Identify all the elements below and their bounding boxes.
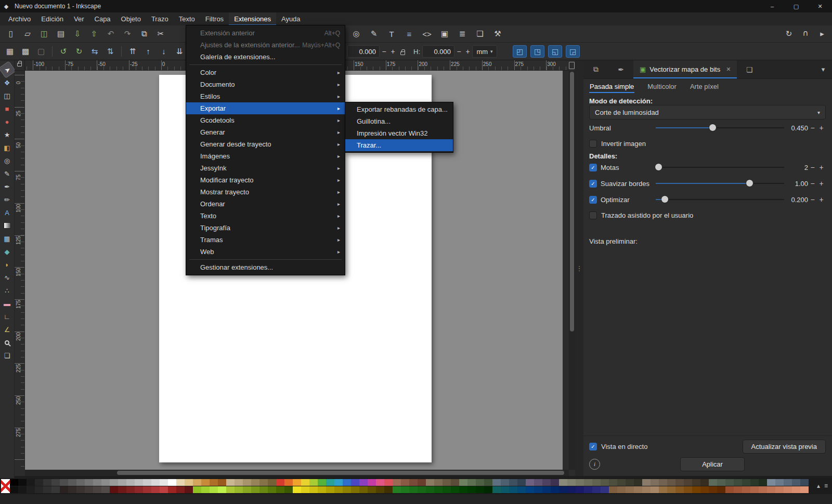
color-swatch[interactable] [276,479,284,486]
desk-mode-icon[interactable] [569,62,575,69]
color-swatch[interactable] [467,479,476,486]
color-swatch[interactable] [792,479,800,486]
color-swatch[interactable] [210,479,218,486]
color-swatch[interactable] [368,479,376,486]
zoom-tool[interactable] [2,337,13,348]
smooth-corners-checkbox[interactable] [589,180,597,188]
height-minus-button[interactable]: − [454,47,463,56]
color-swatch[interactable] [43,486,51,493]
color-swatch[interactable] [725,486,734,493]
color-swatch[interactable] [110,486,118,493]
info-icon[interactable]: i [589,459,600,470]
color-swatch[interactable] [642,486,651,493]
optimize-minus-button[interactable]: − [808,195,817,204]
color-swatch[interactable] [343,486,351,493]
rotate-cw-icon[interactable]: ↻ [72,45,86,58]
menu-item-generar-desde-trayecto[interactable]: Generar desde trayecto ▸ [186,138,345,150]
symbols-icon[interactable]: ◎ [349,27,363,41]
select-all-layers-icon[interactable]: ▩ [19,45,32,58]
spiral-tool[interactable]: ◎ [2,155,13,166]
text-dialog-icon[interactable]: T [385,27,398,41]
color-swatch[interactable] [626,479,634,486]
color-swatch[interactable] [401,486,409,493]
threshold-value[interactable]: 0.450 [784,124,808,132]
export-icon[interactable]: ⇧ [87,27,101,41]
color-swatch[interactable] [110,479,118,486]
color-swatch[interactable] [700,479,709,486]
color-swatch[interactable] [700,486,709,493]
color-swatch[interactable] [617,486,626,493]
color-swatch[interactable] [268,479,276,486]
flip-vertical-icon[interactable]: ⇅ [103,45,117,58]
color-swatch[interactable] [418,479,426,486]
snap-chevron-icon[interactable]: ▸ [815,27,829,41]
undo-history-icon[interactable]: ↻ [782,27,796,41]
color-swatch[interactable] [301,486,309,493]
color-swatch[interactable] [85,486,93,493]
color-swatch[interactable] [659,479,667,486]
color-swatch[interactable] [293,486,301,493]
color-swatch[interactable] [268,486,276,493]
color-swatch[interactable] [376,479,384,486]
width-plus-button[interactable]: + [388,47,397,56]
color-swatch[interactable] [459,486,467,493]
smooth-corners-minus-button[interactable]: − [808,179,817,188]
color-swatch[interactable] [35,486,43,493]
color-swatch[interactable] [201,486,210,493]
shape-builder-tool[interactable]: ◫ [2,90,13,101]
color-swatch[interactable] [259,479,268,486]
menu-item-gcodetools[interactable]: Gcodetools ▸ [186,114,345,126]
color-swatch[interactable] [742,479,750,486]
rectangle-tool[interactable]: ■ [2,103,13,114]
color-swatch[interactable] [301,479,309,486]
menu-extensiones[interactable]: Extensiones [229,12,276,25]
color-swatch[interactable] [651,479,659,486]
color-swatch[interactable] [93,479,101,486]
color-swatch[interactable] [326,479,334,486]
color-swatch[interactable] [601,486,609,493]
no-color-swatch[interactable] [1,479,10,493]
cut-icon[interactable]: ✂ [154,27,167,41]
menu-item-jessyink[interactable]: JessyInk ▸ [186,162,345,174]
node-tool[interactable]: ❖ [2,77,13,88]
menu-item-mostrar-trayecto[interactable]: Mostrar trayecto ▸ [186,186,345,198]
color-swatch[interactable] [126,486,135,493]
color-swatch[interactable] [10,486,18,493]
color-swatch[interactable] [492,486,501,493]
panel-menu-chevron[interactable]: ▾ [814,60,832,78]
duplicate-icon[interactable]: ⧉ [137,27,151,41]
calligraphy-tool[interactable]: ✏ [2,194,13,205]
color-swatch[interactable] [326,486,334,493]
color-swatch[interactable] [509,479,517,486]
color-swatch[interactable] [334,486,343,493]
color-swatch[interactable] [567,486,576,493]
color-swatch[interactable] [534,479,542,486]
color-swatch[interactable] [609,486,617,493]
color-swatch[interactable] [251,486,259,493]
horizontal-scrollbar-thumb[interactable] [117,471,564,475]
color-swatch[interactable] [534,486,542,493]
scale-corners-toggle[interactable]: ◳ [530,45,544,58]
live-preview-checkbox[interactable] [589,443,597,450]
color-swatch[interactable] [542,486,551,493]
deselect-icon[interactable]: ▢ [34,45,48,58]
smooth-corners-plus-button[interactable]: + [817,179,826,188]
color-swatch[interactable] [426,479,434,486]
menu-item-gestionar-extensiones[interactable]: Gestionar extensiones... [186,261,345,273]
open-document-icon[interactable]: ▱ [21,27,34,41]
close-tab-icon[interactable]: ✕ [726,66,731,73]
splitter-handle-icon[interactable]: ⋮ [576,264,583,272]
menu-texto[interactable]: Texto [174,12,200,25]
color-swatch[interactable] [143,486,151,493]
color-swatch[interactable] [451,486,459,493]
menu-item-exportar[interactable]: Exportar ▸ [186,102,345,114]
unit-selector[interactable]: mm ▾ [472,45,497,58]
smooth-corners-slider[interactable] [656,178,784,189]
color-swatch[interactable] [559,479,567,486]
color-swatch[interactable] [193,486,201,493]
color-swatch[interactable] [235,486,243,493]
color-swatch[interactable] [800,486,809,493]
color-swatch[interactable] [734,486,742,493]
color-swatch[interactable] [151,486,160,493]
color-swatch[interactable] [734,479,742,486]
